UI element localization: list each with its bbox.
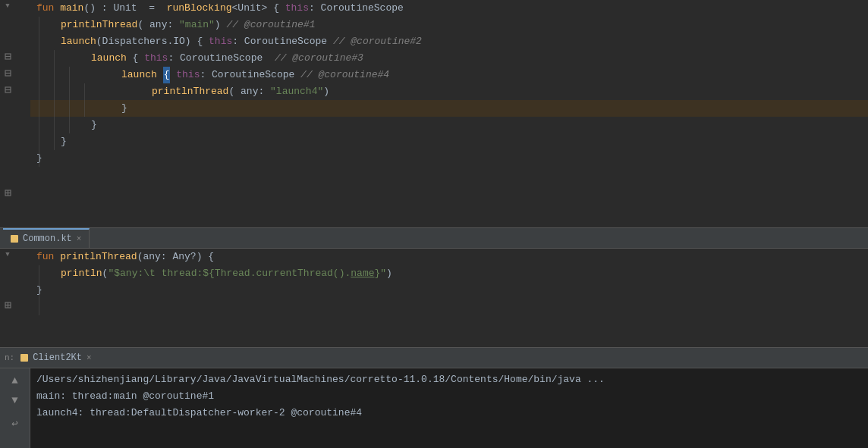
colon: : — [102, 0, 114, 17]
b-str-name: name — [351, 265, 374, 282]
plain-14: : CoroutineScope — [200, 67, 300, 83]
this-kw-3: this — [144, 50, 168, 67]
plain-4: > { — [262, 0, 285, 17]
comment-4: // @coroutine#4 — [300, 67, 389, 83]
tab-label-common: Common.kt — [23, 233, 72, 244]
type-unit2: Unit — [237, 0, 261, 17]
code-bottom: fun printlnThread(any: Any?) { println("… — [30, 249, 868, 299]
terminal-path-line: /Users/shizhenjiang/Library/Java/JavaVir… — [36, 371, 862, 388]
fn-printlnthread1: printlnThread — [61, 17, 137, 33]
fn-main: main — [60, 0, 83, 17]
code-line-10: } — [30, 150, 868, 167]
code-line-3: launch(Dispatchers.IO) { this: Coroutine… — [30, 33, 868, 50]
plain-8: (Dispatchers.IO) { — [96, 33, 209, 50]
b-str-2: }" — [375, 265, 387, 282]
b-fn-println: println — [61, 265, 102, 282]
code-line-8: } — [30, 117, 868, 133]
tab-bar-top: Common.kt × — [0, 227, 868, 249]
tab-icon-2 — [20, 354, 28, 362]
editor-bottom: ▼ fun printlnThread(any: Any?) { println… — [0, 249, 868, 347]
plain-2: = — [137, 0, 167, 17]
code-line-5: launch { this: CoroutineScope // @corout… — [30, 67, 868, 83]
n-label: n: — [0, 353, 20, 362]
comment-3: // @coroutine#3 — [275, 50, 363, 67]
fn-runblocking: runBlocking — [167, 0, 232, 17]
terminal-line-2: launch4: thread:DefaultDispatcher-worker… — [36, 405, 862, 421]
tab-close-2[interactable]: × — [86, 353, 92, 362]
terminal-line-1: main: thread:main @coroutine#1 — [36, 388, 862, 405]
b-plain-3: ( — [102, 265, 108, 282]
fold-icon-b1[interactable]: ▼ — [3, 250, 12, 259]
close-brace-3: } — [61, 133, 67, 150]
plain-16: ) — [323, 83, 329, 100]
code-line-7: } — [30, 100, 868, 117]
code-line-1: fun main() : Unit = runBlocking<Unit> { … — [30, 0, 868, 17]
fold-icon-b2[interactable] — [3, 300, 12, 309]
terminal-path: /Users/shizhenjiang/Library/Java/JavaVir… — [36, 374, 605, 385]
comment-1: // @coroutine#1 — [226, 17, 315, 33]
terminal-sidebar: ▲ ▼ ↩ — [0, 368, 30, 448]
terminal-output-2: launch4: thread:DefaultDispatcher-worker… — [36, 407, 362, 418]
fn-launch1: launch — [61, 33, 96, 50]
plain-13 — [170, 67, 176, 83]
this-kw-1: this — [285, 0, 309, 17]
scroll-up-btn[interactable]: ▲ — [8, 373, 23, 388]
type-unit: Unit — [113, 0, 137, 17]
this-kw-4: this — [176, 67, 200, 83]
indent-guide-2 — [54, 50, 55, 150]
gutter-bottom: ▼ — [0, 249, 30, 347]
fold-icon-4[interactable] — [3, 85, 12, 94]
editor-top: ▼ fun main() : Unit = runBlocking<Unit> … — [0, 0, 868, 227]
terminal-content: /Users/shizhenjiang/Library/Java/JavaVir… — [30, 368, 868, 448]
tab-common-kt[interactable]: Common.kt × — [3, 228, 90, 248]
fold-icon-close[interactable] — [3, 188, 12, 197]
fold-icon-3[interactable] — [3, 68, 12, 77]
plain-5: : CoroutineScope — [309, 0, 404, 17]
plain-12 — [157, 67, 163, 83]
wrap-btn[interactable]: ↩ — [8, 415, 23, 431]
this-kw-2: this — [209, 33, 232, 50]
b-plain-4: ) — [386, 265, 392, 282]
close-brace-2: } — [91, 117, 97, 133]
indent-guide-3 — [69, 67, 70, 133]
plain-6: ( any: — [137, 17, 179, 33]
tab-icon-1 — [11, 235, 18, 243]
b-plain-1: (any: — [137, 249, 173, 265]
b-fn-printlnthread: printlnThread — [60, 249, 137, 265]
tab-bar-bottom: n: Client2Kt × — [0, 347, 868, 368]
code-b-line-2: println("$any:\t thread:${Thread.current… — [30, 265, 868, 282]
indent-guide-4 — [84, 83, 85, 117]
str-launch4: "launch4" — [270, 83, 323, 100]
code-line-6: printlnThread( any: "launch4") — [30, 83, 868, 100]
fn-launch3: launch — [121, 67, 157, 83]
terminal-output-1: main: thread:main @coroutine#1 — [36, 390, 214, 402]
fold-icon-2[interactable] — [3, 52, 12, 61]
fn-launch2: launch — [91, 50, 127, 67]
str-main: "main" — [179, 17, 215, 33]
close-brace-1: } — [121, 100, 127, 117]
plain-10: { — [127, 50, 144, 67]
plain-1: () — [83, 0, 101, 17]
fold-icon-1[interactable]: ▼ — [3, 2, 12, 11]
code-line-4: launch { this: CoroutineScope // @corout… — [30, 50, 868, 67]
code-b-line-1: fun printlnThread(any: Any?) { — [30, 249, 868, 265]
plain-11: : CoroutineScope — [168, 50, 274, 67]
plain-3: < — [232, 0, 238, 17]
code-line-9: } — [30, 133, 868, 150]
code-b-line-3: } — [30, 282, 868, 299]
b-type-any: Any? — [172, 249, 196, 265]
tab-client2kt[interactable]: Client2Kt × — [20, 348, 91, 368]
cursor-brace: { — [163, 67, 171, 83]
indent-guide-1 — [39, 17, 39, 167]
plain-9: : CoroutineScope — [232, 33, 333, 50]
tab-close-1[interactable]: × — [77, 234, 82, 243]
b-str-1: "$any:\t thread:${Thread.currentThread()… — [108, 265, 351, 282]
b-plain-2: ) { — [197, 249, 214, 265]
comment-2: // @coroutine#2 — [333, 33, 422, 50]
scroll-down-btn[interactable]: ▼ — [8, 393, 23, 408]
code-line-2: printlnThread( any: "main") // @coroutin… — [30, 17, 868, 33]
b-indent-guide-1 — [39, 265, 39, 315]
kw-fun: fun — [36, 0, 60, 17]
plain-15: ( any: — [228, 83, 270, 100]
code-top: fun main() : Unit = runBlocking<Unit> { … — [30, 0, 868, 167]
